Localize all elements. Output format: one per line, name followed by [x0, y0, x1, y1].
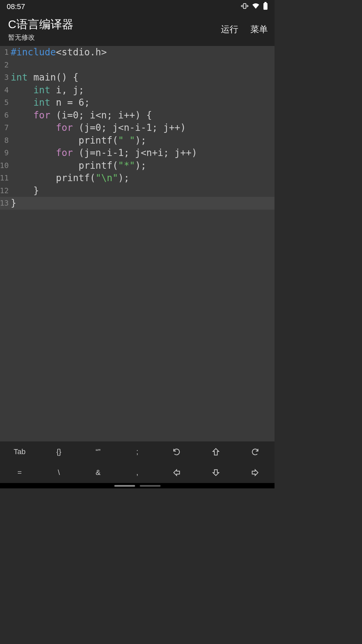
key-sym[interactable]: \ — [39, 462, 78, 483]
vibrate-icon — [241, 2, 248, 11]
line-content[interactable]: int i, j; — [10, 84, 84, 97]
line-content[interactable]: printf(" "); — [10, 134, 146, 147]
key-symsym[interactable]: “” — [78, 441, 118, 462]
line-number: 10 — [0, 159, 10, 172]
nav-pill[interactable] — [114, 485, 135, 487]
code-line[interactable]: 10 printf("*"); — [0, 159, 275, 172]
svg-rect-6 — [264, 2, 266, 3]
code-line[interactable]: 5 int n = 6; — [0, 96, 275, 109]
code-line[interactable]: 12 } — [0, 184, 275, 197]
run-button[interactable]: 运行 — [221, 23, 238, 35]
code-line[interactable]: 13} — [0, 197, 275, 210]
line-number: 13 — [0, 197, 10, 210]
nav-bar[interactable] — [0, 483, 275, 488]
key-sym[interactable]: & — [78, 462, 118, 483]
line-number: 8 — [0, 134, 10, 147]
line-content[interactable]: printf("\n"); — [10, 172, 129, 184]
line-content[interactable]: } — [10, 184, 39, 197]
app-header: C语言编译器 暂无修改 运行 菜单 — [0, 13, 275, 46]
redo-icon[interactable] — [235, 441, 275, 462]
code-line[interactable]: 9 for (j=n-i-1; j<n+i; j++) — [0, 147, 275, 159]
code-line[interactable]: 2 — [0, 59, 275, 71]
line-content[interactable] — [10, 59, 11, 71]
app-title: C语言编译器 — [8, 17, 73, 32]
status-time: 08:57 — [7, 2, 25, 11]
line-content[interactable]: } — [10, 197, 16, 210]
battery-icon — [263, 2, 268, 11]
code-line[interactable]: 1#include<stdio.h> — [0, 46, 275, 59]
key-symsym[interactable]: {} — [39, 441, 78, 462]
code-line[interactable]: 11 printf("\n"); — [0, 172, 275, 184]
code-line[interactable]: 3int main() { — [0, 71, 275, 84]
line-content[interactable]: for (j=0; j<n-i-1; j++) — [10, 121, 186, 134]
line-content[interactable]: #include<stdio.h> — [10, 46, 107, 59]
left-icon[interactable] — [157, 462, 196, 483]
line-number: 11 — [0, 172, 10, 184]
key-sym[interactable]: , — [118, 462, 157, 483]
code-line[interactable]: 6 for (i=0; i<n; i++) { — [0, 109, 275, 122]
undo-icon[interactable] — [157, 441, 196, 462]
key-sym[interactable]: = — [0, 462, 39, 483]
line-content[interactable]: for (i=0; i<n; i++) { — [10, 109, 152, 122]
code-editor[interactable]: 1#include<stdio.h>23int main() {4 int i,… — [0, 46, 275, 210]
menu-button[interactable]: 菜单 — [250, 23, 268, 35]
line-content[interactable]: int main() { — [10, 71, 78, 84]
symbol-toolbar: Tab{}“”;=\&, — [0, 441, 275, 483]
line-number: 5 — [0, 96, 10, 109]
status-icons — [241, 2, 268, 11]
app-subtitle: 暂无修改 — [8, 33, 73, 42]
code-line[interactable]: 7 for (j=0; j<n-i-1; j++) — [0, 121, 275, 134]
wifi-icon — [252, 2, 260, 11]
key-sym[interactable]: ; — [118, 441, 157, 462]
app-actions: 运行 菜单 — [221, 23, 268, 35]
line-content[interactable]: int n = 6; — [10, 96, 90, 109]
line-number: 1 — [0, 46, 10, 59]
key-Tab[interactable]: Tab — [0, 441, 39, 462]
line-content[interactable]: for (j=n-i-1; j<n+i; j++) — [10, 147, 197, 159]
status-bar: 08:57 — [0, 0, 275, 13]
line-number: 9 — [0, 147, 10, 159]
editor-background[interactable] — [0, 210, 275, 442]
line-number: 2 — [0, 59, 10, 71]
line-content[interactable]: printf("*"); — [10, 159, 146, 172]
line-number: 12 — [0, 184, 10, 197]
svg-rect-5 — [263, 3, 267, 10]
code-line[interactable]: 8 printf(" "); — [0, 134, 275, 147]
nav-pill[interactable] — [140, 485, 161, 487]
code-line[interactable]: 4 int i, j; — [0, 84, 275, 97]
line-number: 7 — [0, 121, 10, 134]
line-number: 4 — [0, 84, 10, 97]
line-number: 3 — [0, 71, 10, 84]
app-title-group: C语言编译器 暂无修改 — [8, 17, 73, 42]
right-icon[interactable] — [235, 462, 275, 483]
down-icon[interactable] — [196, 462, 235, 483]
svg-rect-0 — [243, 4, 246, 9]
line-number: 6 — [0, 109, 10, 122]
up-icon[interactable] — [196, 441, 235, 462]
